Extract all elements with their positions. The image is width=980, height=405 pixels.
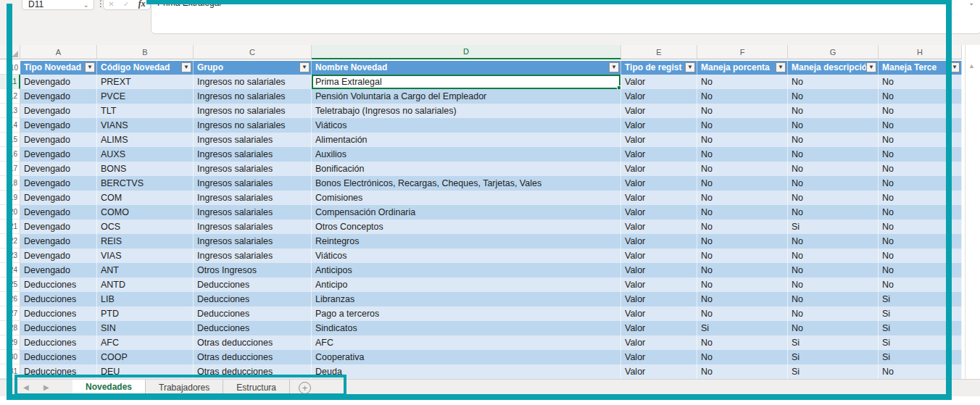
table-column-header[interactable]: Grupo▼ xyxy=(194,61,312,75)
table-cell[interactable]: REIS xyxy=(97,234,194,249)
table-cell[interactable]: VIANS xyxy=(97,118,194,133)
column-header-f[interactable]: F xyxy=(697,45,788,59)
column-header-e[interactable]: E xyxy=(621,45,697,59)
filter-dropdown-icon[interactable]: ▼ xyxy=(609,62,619,72)
table-cell[interactable]: Devengado xyxy=(20,147,97,162)
table-cell[interactable]: No xyxy=(697,89,788,104)
table-cell[interactable]: AUXS xyxy=(97,147,194,162)
table-cell[interactable]: Valor xyxy=(621,263,697,277)
table-cell[interactable]: No xyxy=(697,335,788,350)
table-cell[interactable]: No xyxy=(697,263,788,277)
table-cell[interactable]: No xyxy=(788,249,879,263)
table-cell[interactable]: Valor xyxy=(621,306,697,321)
filter-dropdown-icon[interactable]: ▼ xyxy=(776,62,786,72)
table-cell[interactable]: Devengado xyxy=(20,133,97,147)
table-cell[interactable]: Ingresos salariales xyxy=(194,191,312,205)
table-cell[interactable]: Deducciones xyxy=(20,292,97,306)
table-cell[interactable]: Ingresos salariales xyxy=(194,249,312,263)
column-header-b[interactable]: B xyxy=(97,45,194,59)
table-cell[interactable]: No xyxy=(697,133,788,147)
table-cell[interactable]: Deducciones xyxy=(20,306,97,321)
table-cell[interactable]: Viáticos xyxy=(312,118,621,133)
table-cell[interactable]: Ingresos no salariales xyxy=(194,104,312,118)
table-cell[interactable]: Otros Conceptos xyxy=(312,220,621,234)
table-cell[interactable]: Reintegros xyxy=(312,234,621,249)
table-cell[interactable]: No xyxy=(788,133,879,147)
table-cell[interactable]: No xyxy=(697,306,788,321)
table-cell[interactable]: No xyxy=(697,277,788,292)
name-box-chevron-icon[interactable]: ⌄ xyxy=(83,0,89,12)
table-cell[interactable]: Deducciones xyxy=(20,321,97,335)
table-cell[interactable]: No xyxy=(697,147,788,162)
table-cell[interactable]: ANTD xyxy=(97,277,194,292)
table-column-header[interactable]: Maneja porcenta▼ xyxy=(697,61,788,75)
table-cell[interactable]: Valor xyxy=(621,89,697,104)
table-cell[interactable]: Devengado xyxy=(20,220,97,234)
table-column-header[interactable]: Código Novedad▼ xyxy=(97,61,194,75)
table-cell[interactable]: Valor xyxy=(621,277,697,292)
table-cell[interactable]: No xyxy=(788,104,879,118)
table-cell[interactable]: Devengado xyxy=(20,191,97,205)
table-cell[interactable]: Bonos Electrónicos, Recargas, Cheques, T… xyxy=(312,176,621,191)
table-cell[interactable]: Ingresos salariales xyxy=(194,220,312,234)
table-cell[interactable]: No xyxy=(697,191,788,205)
table-cell[interactable]: Si xyxy=(788,350,879,364)
table-cell[interactable]: Valor xyxy=(621,220,697,234)
column-header-d[interactable]: D xyxy=(312,45,621,59)
table-cell[interactable]: Devengado xyxy=(20,263,97,277)
table-cell[interactable]: Pensión Voluntaria a Cargo del Empleador xyxy=(312,89,621,104)
table-cell[interactable]: No xyxy=(697,249,788,263)
table-cell[interactable]: No xyxy=(697,75,788,89)
table-cell[interactable]: Valor xyxy=(621,75,697,89)
table-cell[interactable]: PVCE xyxy=(97,89,194,104)
table-cell[interactable]: No xyxy=(788,292,879,306)
table-cell[interactable]: Cooperativa xyxy=(312,350,621,364)
table-cell[interactable]: No xyxy=(788,118,879,133)
table-cell[interactable]: Compensación Ordinaria xyxy=(312,205,621,220)
table-cell[interactable]: Devengado xyxy=(20,89,97,104)
table-column-header[interactable]: Tipo Novedad▼ xyxy=(20,61,97,75)
table-cell[interactable]: Ingresos salariales xyxy=(194,162,312,176)
table-cell[interactable]: Valor xyxy=(621,364,697,379)
table-cell[interactable]: Valor xyxy=(621,133,697,147)
table-cell[interactable]: No xyxy=(697,118,788,133)
table-cell[interactable]: BERCTVS xyxy=(97,176,194,191)
table-cell[interactable]: No xyxy=(697,104,788,118)
table-cell[interactable]: ALIMS xyxy=(97,133,194,147)
table-cell[interactable]: COM xyxy=(97,191,194,205)
table-cell[interactable]: Valor xyxy=(621,249,697,263)
table-cell[interactable]: Ingresos salariales xyxy=(194,234,312,249)
table-cell[interactable]: Teletrabajo (Ingresos no salariales) xyxy=(312,104,621,118)
table-cell[interactable]: No xyxy=(788,205,879,220)
table-cell[interactable]: No xyxy=(697,350,788,364)
table-cell[interactable]: No xyxy=(788,191,879,205)
table-cell[interactable]: No xyxy=(788,234,879,249)
table-cell[interactable]: Valor xyxy=(621,162,697,176)
table-cell[interactable]: No xyxy=(697,364,788,379)
filter-dropdown-icon[interactable]: ▼ xyxy=(85,62,95,72)
table-cell[interactable]: BONS xyxy=(97,162,194,176)
table-cell[interactable]: SIN xyxy=(97,321,194,335)
formula-bar-collapse-icon[interactable]: ⌄ xyxy=(968,0,974,7)
filter-dropdown-icon[interactable]: ▼ xyxy=(685,62,695,72)
table-cell[interactable]: No xyxy=(788,263,879,277)
table-cell[interactable]: No xyxy=(788,321,879,335)
formula-bar[interactable]: Prima Extralegal xyxy=(151,0,980,34)
table-cell[interactable]: Valor xyxy=(621,292,697,306)
table-cell[interactable]: AFC xyxy=(97,335,194,350)
table-cell[interactable]: Si xyxy=(788,364,879,379)
table-cell[interactable]: Valor xyxy=(621,104,697,118)
table-cell[interactable]: Otras deducciones xyxy=(194,350,312,364)
table-cell[interactable]: Si xyxy=(697,321,788,335)
column-header-c[interactable]: C xyxy=(194,45,312,59)
table-cell[interactable]: No xyxy=(788,147,879,162)
table-cell[interactable]: Devengado xyxy=(20,234,97,249)
table-cell[interactable]: Valor xyxy=(621,147,697,162)
column-header-a[interactable]: A xyxy=(20,45,97,59)
table-cell[interactable]: No xyxy=(788,75,879,89)
table-column-header[interactable]: Tipo de regist▼ xyxy=(621,61,697,75)
table-cell[interactable]: Bonificación xyxy=(312,162,621,176)
table-cell[interactable]: Devengado xyxy=(20,162,97,176)
table-cell[interactable]: Ingresos salariales xyxy=(194,176,312,191)
table-cell[interactable]: No xyxy=(697,205,788,220)
